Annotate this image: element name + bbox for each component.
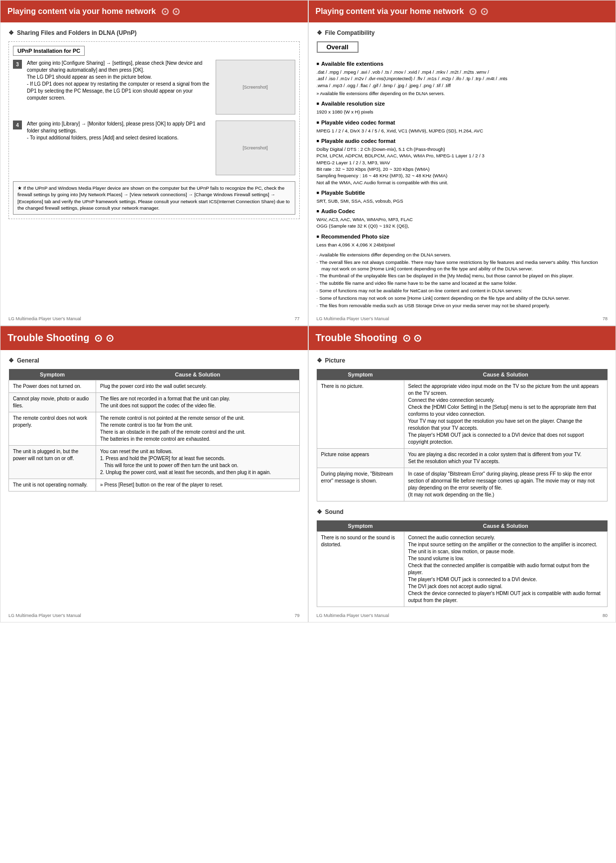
col-solution-79: Cause & Solution [96, 369, 299, 380]
step4-text: After going into [Library] → [Monitor fo… [27, 121, 211, 141]
table-row: The unit is plugged in, but the power wi… [9, 445, 300, 479]
sub-photo: Recommended Photo size [317, 234, 608, 240]
page-footer-78: LG Multimedia Player User's Manual 78 [317, 316, 608, 321]
solution-cell: The files are not recorded in a format t… [96, 392, 299, 412]
step3-text: After going into [Configure Sharing] → [… [27, 60, 211, 102]
page-footer-79: LG Multimedia Player User's Manual 79 [8, 613, 300, 618]
table-row: The remote control does not work properl… [9, 412, 300, 445]
page-title-80: Trouble Shooting [316, 332, 397, 344]
sub-video-codec: Playable video codec format [317, 120, 608, 125]
page-title-77: Playing content via your home network [7, 7, 156, 16]
footer-left-79: LG Multimedia Player User's Manual [8, 613, 81, 618]
symptom-cell: Picture noise appears [317, 448, 404, 468]
table-row: The unit is not operating normally. » Pr… [9, 479, 300, 491]
col-solution-pic: Cause & Solution [404, 369, 607, 380]
page-header-78: Playing content via your home network ⊙ … [309, 0, 616, 22]
sub-subtitle: Playable Subtitle [317, 190, 608, 196]
solution-cell: Plug the power cord into the wall outlet… [96, 380, 299, 392]
footer-right-78: 78 [603, 316, 608, 321]
step3-screenshot: [Screenshot] [216, 60, 295, 115]
photo-content: Less than 4,096 X 4,096 X 24bit/pixel [317, 242, 608, 248]
ts-icon-80: ⊙ ⊙ [402, 332, 422, 344]
symptom-cell: The unit is not operating normally. [9, 479, 96, 491]
page-footer-77: LG Multimedia Player User's Manual 77 [8, 316, 300, 321]
note-2: The overall files are not always compati… [317, 259, 608, 272]
page-80: Trouble Shooting ⊙ ⊙ Picture Symptom Cau… [308, 326, 616, 622]
step3-number: 3 [13, 60, 22, 69]
table-row: Picture noise appears You are playing a … [317, 448, 608, 468]
solution-cell: The remote control is not pointed at the… [96, 412, 299, 445]
footer-right-79: 79 [294, 613, 299, 618]
note-5: Some of functions may not be available f… [317, 288, 608, 294]
note-1: Available file extensions differ dependi… [317, 252, 608, 258]
audio-codec-content: Dolby Digital / DTS : 2 Ch (Down-mix), 5… [317, 146, 608, 186]
sub-audio-codec: Playable audio codec format [317, 138, 608, 144]
sub-audio-codec2: Audio Codec [317, 208, 608, 214]
subtitle-content: SRT, SUB, SMI, SSA, ASS, vobsub, PGS [317, 198, 608, 204]
upnp-box: UPnP Installation for PC 3 After going i… [8, 41, 300, 219]
note-4: The subtitle file name and video file na… [317, 280, 608, 287]
section-title-77: Sharing Files and Folders in DLNA (UPnP) [8, 29, 300, 36]
step4-number: 4 [13, 121, 22, 129]
table-row: There is no sound or the sound is distor… [317, 531, 608, 607]
solution-cell: You are playing a disc recorded in a col… [404, 448, 607, 468]
symptom-cell: The remote control does not work properl… [9, 412, 96, 445]
page-header-77: Playing content via your home network ⊙ … [0, 0, 308, 22]
page-79: Trouble Shooting ⊙ ⊙ General Symptom Cau… [0, 326, 308, 622]
notes-list-78: Available file extensions differ dependi… [317, 252, 608, 309]
step4-row: 4 After going into [Library] → [Monitor … [13, 121, 295, 175]
col-symptom-pic: Symptom [317, 369, 404, 380]
table-row: Cannot play movie, photo or audio files.… [9, 392, 300, 412]
footer-left-80: LG Multimedia Player User's Manual [317, 613, 389, 618]
solution-cell: You can reset the unit as follows.1. Pre… [96, 445, 299, 479]
note-3: The thumbnail of the unplayable files ca… [317, 273, 608, 279]
footer-right-77: 77 [294, 316, 299, 321]
step3-row: 3 After going into [Configure Sharing] →… [13, 60, 295, 115]
col-symptom-79: Symptom [9, 369, 96, 380]
sub-file-ext: Available file extentions [317, 61, 608, 67]
footer-left-78: LG Multimedia Player User's Manual [317, 316, 389, 321]
sound-table: Symptom Cause & Solution There is no sou… [317, 520, 608, 607]
symptom-cell: There is no picture. [317, 380, 404, 448]
solution-cell: Select the appropriate video input mode … [404, 380, 607, 448]
network-icon-77: ⊙ ⊙ [161, 5, 181, 17]
file-ext-note: » Available file extensions differ depen… [317, 91, 608, 97]
picture-table: Symptom Cause & Solution There is no pic… [317, 369, 608, 501]
page-header-79: Trouble Shooting ⊙ ⊙ [0, 326, 308, 350]
section-title-sound: Sound [317, 508, 608, 515]
general-table: Symptom Cause & Solution The Power does … [8, 369, 300, 492]
footer-right-80: 80 [603, 613, 608, 618]
resolution-content: 1920 x 1080 (W x H) pixels [317, 109, 608, 115]
footer-left-77: LG Multimedia Player User's Manual [8, 316, 81, 321]
solution-cell: Connect the audio connection securely.Th… [404, 531, 607, 607]
overall-box: Overall [317, 41, 359, 53]
col-solution-sound: Cause & Solution [404, 520, 607, 532]
section-title-78: File Compatibility [317, 29, 608, 36]
step4-content: After going into [Library] → [Monitor fo… [27, 121, 211, 175]
file-ext-content: .dat / .mpg / .mpeg / .avi / .vob / .ts … [317, 69, 608, 89]
symptom-cell: The unit is plugged in, but the power wi… [9, 445, 96, 479]
table-row: There is no picture. Select the appropri… [317, 380, 608, 448]
note-6: Some of functions may not work on some [… [317, 295, 608, 302]
audio-codec2-content: WAV, AC3, AAC, WMA, WMAPro, MP3, FLAC OG… [317, 216, 608, 230]
symptom-cell: The Power does not turned on. [9, 380, 96, 392]
page-title-79: Trouble Shooting [7, 332, 89, 344]
page-78: Playing content via your home network ⊙ … [308, 0, 616, 326]
warning-box-77: ★ If the UPnP and Windows Media Player d… [13, 181, 295, 215]
solution-cell: In case of display "Bitstream Error" dur… [404, 468, 607, 501]
symptom-cell: There is no sound or the sound is distor… [317, 531, 404, 607]
warning-text-77: ★ If the UPnP and Windows Media Player d… [17, 185, 290, 211]
table-row: During playing movie, "Bitstream error" … [317, 468, 608, 501]
step4-screenshot: [Screenshot] [216, 121, 295, 175]
symptom-cell: Cannot play movie, photo or audio files. [9, 392, 96, 412]
col-symptom-sound: Symptom [317, 520, 404, 532]
sub-resolution: Available resolution size [317, 101, 608, 107]
page-title-78: Playing content via your home network [316, 7, 464, 16]
page-77: Playing content via your home network ⊙ … [0, 0, 308, 326]
page-header-80: Trouble Shooting ⊙ ⊙ [309, 326, 616, 350]
ts-icon-79: ⊙ ⊙ [94, 332, 114, 344]
note-7: The files from removable media such as U… [317, 303, 608, 309]
step3-content: After going into [Configure Sharing] → [… [27, 60, 211, 115]
upnp-title: UPnP Installation for PC [13, 46, 85, 56]
section-title-79: General [8, 357, 300, 364]
